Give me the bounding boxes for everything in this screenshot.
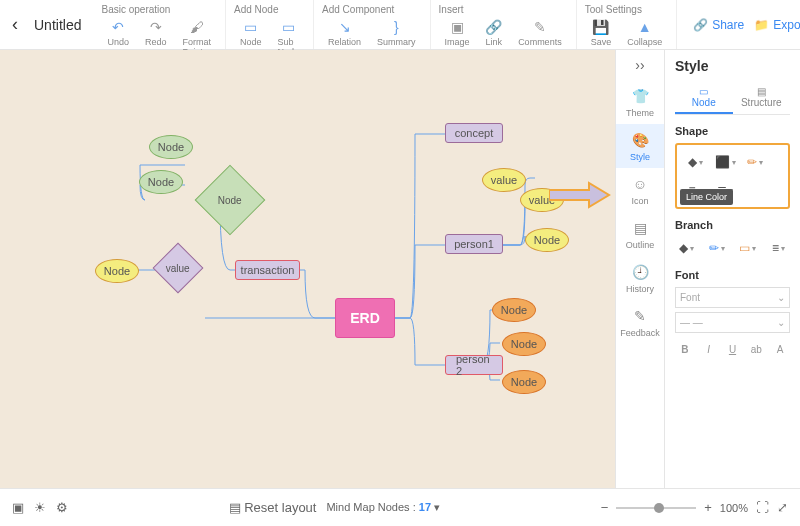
connections <box>0 50 615 488</box>
summary-icon: } <box>388 19 404 35</box>
icon-icon: ☺ <box>630 174 650 194</box>
linecolor-icon: ✏ <box>747 155 757 169</box>
shape-shape-button[interactable]: ⬛ <box>713 151 737 173</box>
redo-icon: ↷ <box>148 19 164 35</box>
italic-button[interactable]: I <box>699 339 719 359</box>
node-left-ell[interactable]: Node <box>95 259 139 283</box>
tooltip-linecolor: Line Color <box>680 189 733 205</box>
node-p2-1[interactable]: Node <box>492 298 536 322</box>
node-diamond-2[interactable]: value <box>160 250 196 286</box>
brightness-icon[interactable]: ☀ <box>34 500 46 515</box>
collapse-icon: ▲ <box>637 19 653 35</box>
chevron-down-icon[interactable]: ▾ <box>434 501 440 513</box>
share-icon: 🔗 <box>693 18 708 32</box>
node-transaction[interactable]: transaction <box>235 260 300 280</box>
link-button[interactable]: 🔗Link <box>480 17 509 49</box>
chevron-down-icon: ⌄ <box>777 292 785 303</box>
fontsize-select[interactable]: — — ⌄ <box>675 312 790 333</box>
image-button[interactable]: ▣Image <box>439 17 476 49</box>
zoom-slider[interactable] <box>616 507 696 509</box>
node-erd[interactable]: ERD <box>335 298 395 338</box>
summary-button[interactable]: }Summary <box>371 17 422 49</box>
rail-icon[interactable]: ☺Icon <box>616 168 664 212</box>
node-person2[interactable]: person 2 <box>445 355 503 375</box>
node-value1[interactable]: value <box>482 168 526 192</box>
export-button[interactable]: 📁Export <box>754 18 800 32</box>
node-p2-2[interactable]: Node <box>502 332 546 356</box>
branch-width-button[interactable]: ≡ <box>767 237 790 259</box>
collapse-button[interactable]: ▲Collapse <box>621 17 668 49</box>
shape-linecolor-button[interactable]: ✏ <box>743 151 767 173</box>
tg-tool: Tool Settings 💾Save ▲Collapse <box>577 0 678 49</box>
history-icon: 🕘 <box>630 262 650 282</box>
shape-group-highlight: ◆ ⬛ ✏ ≡ ≣ Line Color <box>675 143 790 209</box>
comments-button[interactable]: ✎Comments <box>512 17 568 49</box>
branch-label: Branch <box>675 219 790 231</box>
strike-button[interactable]: ab <box>746 339 766 359</box>
font-select[interactable]: Font ⌄ <box>675 287 790 308</box>
tg-insert: Insert ▣Image 🔗Link ✎Comments <box>431 0 577 49</box>
rail-history[interactable]: 🕘History <box>616 256 664 300</box>
bbox-icon: ▭ <box>739 241 750 255</box>
shape-label: Shape <box>675 125 790 137</box>
theme-icon: 👕 <box>630 86 650 106</box>
subnode-icon: ▭ <box>280 19 296 35</box>
zoom-out-button[interactable]: − <box>601 500 609 515</box>
node-diamond-1[interactable]: Node <box>205 175 255 225</box>
rail-outline[interactable]: ▤Outline <box>616 212 664 256</box>
export-icon: 📁 <box>754 18 769 32</box>
node-p1-node[interactable]: Node <box>525 228 569 252</box>
zoom-in-button[interactable]: + <box>704 500 712 515</box>
branch-fill-button[interactable]: ◆ <box>675 237 698 259</box>
tab-node[interactable]: ▭Node <box>675 82 733 114</box>
bwidth-icon: ≡ <box>772 241 779 255</box>
zoom-label: 100% <box>720 502 748 514</box>
bold-button[interactable]: B <box>675 339 695 359</box>
presentation-icon[interactable]: ▣ <box>12 500 24 515</box>
rail-feedback[interactable]: ✎Feedback <box>616 300 664 344</box>
save-button[interactable]: 💾Save <box>585 17 618 49</box>
bcolor-icon: ✏ <box>709 241 719 255</box>
shape-fill-button[interactable]: ◆ <box>683 151 707 173</box>
chevron-down-icon: ⌄ <box>777 317 785 328</box>
save-icon: 💾 <box>593 19 609 35</box>
feedback-icon: ✎ <box>630 306 650 326</box>
node-p2-3[interactable]: Node <box>502 370 546 394</box>
painter-icon: 🖌 <box>189 19 205 35</box>
zoom-handle[interactable] <box>654 503 664 513</box>
rail-theme[interactable]: 👕Theme <box>616 80 664 124</box>
reset-layout-button[interactable]: ▤ Reset layout <box>229 500 317 515</box>
relation-icon: ↘ <box>337 19 353 35</box>
branch-box-button[interactable]: ▭ <box>737 237 760 259</box>
tg-component: Add Component ↘Relation }Summary <box>314 0 431 49</box>
gear-icon[interactable]: ⚙ <box>56 500 68 515</box>
panel-toggle[interactable]: ›› <box>616 50 664 80</box>
share-button[interactable]: 🔗Share <box>693 18 744 32</box>
node-person1[interactable]: person1 <box>445 234 503 254</box>
back-icon[interactable]: ‹ <box>12 14 18 35</box>
node-left-top1[interactable]: Node <box>149 135 193 159</box>
relation-button[interactable]: ↘Relation <box>322 17 367 49</box>
fill-icon: ◆ <box>688 155 697 169</box>
outline-icon: ▤ <box>630 218 650 238</box>
node-concept[interactable]: concept <box>445 123 503 143</box>
style-icon: 🎨 <box>630 130 650 150</box>
fullscreen-icon[interactable]: ⤢ <box>777 500 788 515</box>
node-left-top2[interactable]: Node <box>139 170 183 194</box>
image-icon: ▣ <box>449 19 465 35</box>
underline-button[interactable]: U <box>723 339 743 359</box>
comments-icon: ✎ <box>532 19 548 35</box>
rail-style[interactable]: 🎨Style <box>616 124 664 168</box>
tg-basic: Basic operation ↶Undo ↷Redo 🖌Format Pain… <box>93 0 226 49</box>
page-title[interactable]: Untitled <box>34 17 81 33</box>
link-icon: 🔗 <box>486 19 502 35</box>
shape-icon: ⬛ <box>715 155 730 169</box>
branch-color-button[interactable]: ✏ <box>706 237 729 259</box>
fontcolor-button[interactable]: A <box>770 339 790 359</box>
tab-structure[interactable]: ▤Structure <box>733 82 791 114</box>
mindmap-canvas[interactable]: ERD transaction Node value Node Node Nod… <box>0 50 615 488</box>
tg-addnode: Add Node ▭Node ▭Sub Node <box>226 0 314 49</box>
bfill-icon: ◆ <box>679 241 688 255</box>
node-icon: ▭ <box>243 19 259 35</box>
fit-icon[interactable]: ⛶ <box>756 500 769 515</box>
